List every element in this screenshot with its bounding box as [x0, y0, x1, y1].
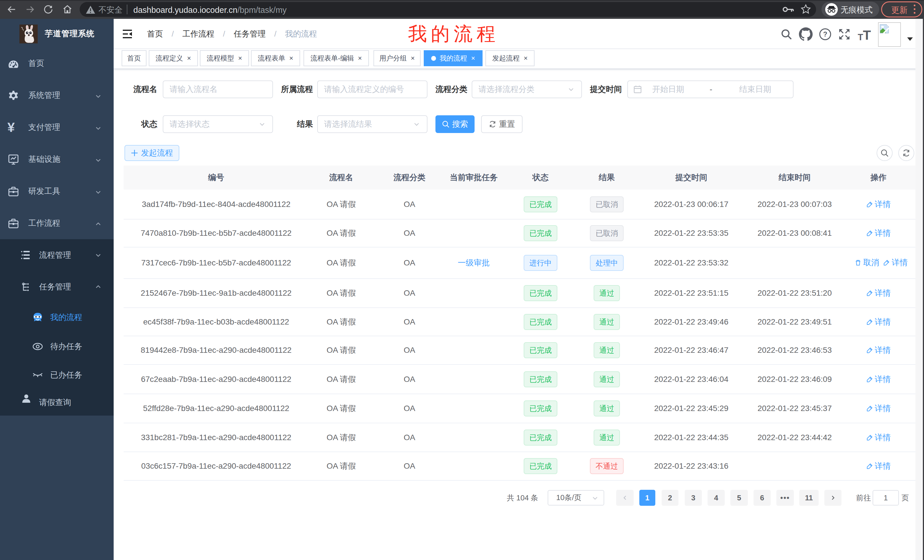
svg-text:?: ? [823, 30, 828, 38]
